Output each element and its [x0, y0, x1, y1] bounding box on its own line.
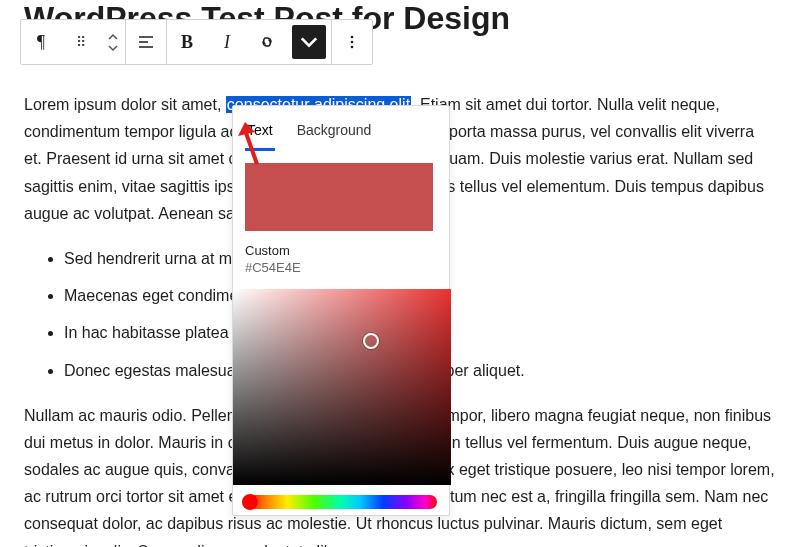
picker-handle[interactable] [363, 333, 379, 349]
align-left-icon [137, 33, 155, 51]
chevron-down-icon [300, 33, 318, 51]
more-formatting-button[interactable] [292, 25, 326, 59]
options-button[interactable] [332, 20, 372, 64]
hue-thumb[interactable] [242, 494, 258, 510]
svg-point-4 [351, 41, 354, 44]
tab-text[interactable]: Text [245, 116, 275, 151]
move-arrows[interactable] [101, 32, 125, 53]
hue-slider[interactable] [245, 495, 437, 509]
svg-point-5 [351, 46, 354, 49]
link-icon [258, 33, 276, 51]
tab-background[interactable]: Background [295, 116, 374, 151]
saturation-picker[interactable] [233, 289, 451, 485]
kebab-icon [343, 33, 361, 51]
block-type-button[interactable]: ¶ [21, 20, 61, 64]
chevron-up-icon [108, 32, 118, 42]
drag-handle-icon[interactable]: ⠿ [61, 34, 101, 50]
block-toolbar: ¶ ⠿ B I [20, 19, 373, 65]
color-popover: Text Background Custom #C54E4E [232, 105, 450, 516]
custom-label: Custom [245, 243, 437, 258]
italic-button[interactable]: I [207, 20, 247, 64]
link-button[interactable] [247, 20, 287, 64]
chevron-down-icon [108, 43, 118, 53]
align-button[interactable] [126, 20, 166, 64]
svg-point-3 [351, 36, 354, 39]
text: Lorem ipsum dolor sit amet, [24, 96, 226, 113]
hex-value: #C54E4E [245, 260, 437, 275]
bold-button[interactable]: B [167, 20, 207, 64]
color-swatch[interactable] [245, 163, 433, 231]
